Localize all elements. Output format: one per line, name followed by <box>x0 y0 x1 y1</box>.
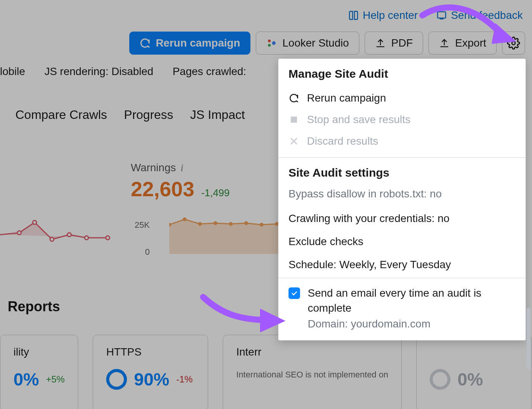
popup-heading-settings: Site Audit settings <box>279 158 525 186</box>
feedback-icon <box>436 10 447 21</box>
report-card-generic[interactable]: 0% <box>416 335 532 409</box>
svg-point-3 <box>272 41 275 45</box>
warnings-count: 22,603 <box>131 177 194 201</box>
gear-icon <box>507 37 520 50</box>
svg-point-15 <box>229 222 233 226</box>
report-card-crawlability[interactable]: ility 0% +5% <box>0 335 78 409</box>
report-card-https[interactable]: HTTPS 90% -1% <box>93 335 208 409</box>
warnings-sparkline <box>169 212 292 254</box>
svg-point-4 <box>512 42 515 45</box>
svg-point-6 <box>33 220 37 224</box>
report-value: 0% <box>457 369 483 390</box>
svg-point-1 <box>268 40 271 42</box>
menu-rerun-campaign[interactable]: Rerun campaign <box>279 87 525 109</box>
js-rendering-label: JS rendering: Disabled <box>44 65 153 78</box>
email-checkbox[interactable] <box>289 287 300 299</box>
pages-crawled-label: Pages crawled: <box>173 65 246 78</box>
popup-scrollbar[interactable] <box>527 308 530 369</box>
svg-rect-0 <box>438 12 446 18</box>
svg-point-2 <box>268 44 271 47</box>
send-feedback-link[interactable]: Send feedback <box>436 9 523 22</box>
svg-rect-20 <box>291 117 297 123</box>
warnings-delta: -1,499 <box>201 187 230 199</box>
svg-point-7 <box>50 237 54 241</box>
svg-point-5 <box>17 231 21 235</box>
pdf-button[interactable]: PDF <box>365 32 423 55</box>
export-label: Export <box>455 37 486 49</box>
svg-point-9 <box>85 236 88 240</box>
export-button[interactable]: Export <box>429 32 497 55</box>
settings-schedule[interactable]: Schedule: Weekly, Every Tuesday <box>279 253 525 276</box>
y-axis-max: 25K <box>135 212 150 239</box>
errors-sparkline <box>0 212 123 254</box>
settings-exclude-checks[interactable]: Exclude checks <box>279 230 525 253</box>
settings-popup: Manage Site Audit Rerun campaign Stop an… <box>278 58 526 341</box>
svg-point-12 <box>183 217 187 221</box>
menu-discard: Discard results <box>279 130 525 152</box>
settings-bypass[interactable]: Bypass disallow in robots.txt: no <box>279 186 525 207</box>
menu-label: Stop and save results <box>307 114 410 126</box>
svg-point-8 <box>67 233 71 237</box>
popup-heading-manage: Manage Site Audit <box>279 59 525 87</box>
menu-label: Discard results <box>307 135 378 147</box>
stop-icon <box>289 115 299 124</box>
svg-point-13 <box>198 222 202 226</box>
refresh-icon <box>140 38 150 48</box>
report-value: 90% <box>134 369 169 390</box>
tab-compare-crawls[interactable]: Compare Crawls <box>15 108 107 122</box>
send-feedback-label: Send feedback <box>451 9 523 22</box>
email-domain: Domain: yourdomain.com <box>308 318 515 330</box>
device-label: lobile <box>0 65 25 78</box>
help-center-link[interactable]: Help center <box>348 9 418 22</box>
upload-icon <box>375 38 386 48</box>
svg-point-16 <box>244 221 248 225</box>
settings-button[interactable] <box>502 32 525 55</box>
settings-credentials[interactable]: Crawling with your credentials: no <box>279 207 525 230</box>
looker-label: Looker Studio <box>282 37 349 49</box>
report-value: 0% <box>13 369 39 390</box>
y-axis-min: 0 <box>135 239 150 265</box>
menu-label: Rerun campaign <box>307 92 386 104</box>
upload-icon <box>439 38 450 48</box>
help-center-label: Help center <box>363 9 418 22</box>
reports-heading: Reports <box>8 299 60 315</box>
warnings-label: Warnings <box>131 162 176 174</box>
report-card-international[interactable]: Interr International SEO is not implemen… <box>223 335 402 409</box>
rerun-label: Rerun campaign <box>156 37 240 49</box>
tab-js-impact[interactable]: JS Impact <box>190 108 245 122</box>
looker-icon <box>266 38 277 48</box>
menu-stop-save: Stop and save results <box>279 109 525 130</box>
info-icon[interactable]: i <box>180 162 183 174</box>
svg-point-17 <box>260 223 263 227</box>
close-icon <box>289 137 299 146</box>
donut-icon <box>430 369 450 390</box>
report-title: Interr <box>236 346 388 358</box>
report-delta: -1% <box>176 374 193 385</box>
svg-point-10 <box>106 236 110 240</box>
donut-icon <box>106 369 127 390</box>
report-title: ility <box>13 346 65 358</box>
report-title: HTTPS <box>106 346 195 358</box>
report-delta: +5% <box>46 374 65 385</box>
refresh-icon <box>289 93 299 103</box>
book-icon <box>348 10 359 21</box>
pdf-label: PDF <box>391 37 413 49</box>
report-subtitle: International SEO is not implemented on <box>236 369 388 381</box>
looker-studio-button[interactable]: Looker Studio <box>256 32 359 55</box>
svg-point-14 <box>213 221 217 225</box>
tab-progress[interactable]: Progress <box>124 108 173 122</box>
rerun-campaign-button[interactable]: Rerun campaign <box>129 32 250 55</box>
email-label: Send an email every time an audit is com… <box>308 286 515 316</box>
